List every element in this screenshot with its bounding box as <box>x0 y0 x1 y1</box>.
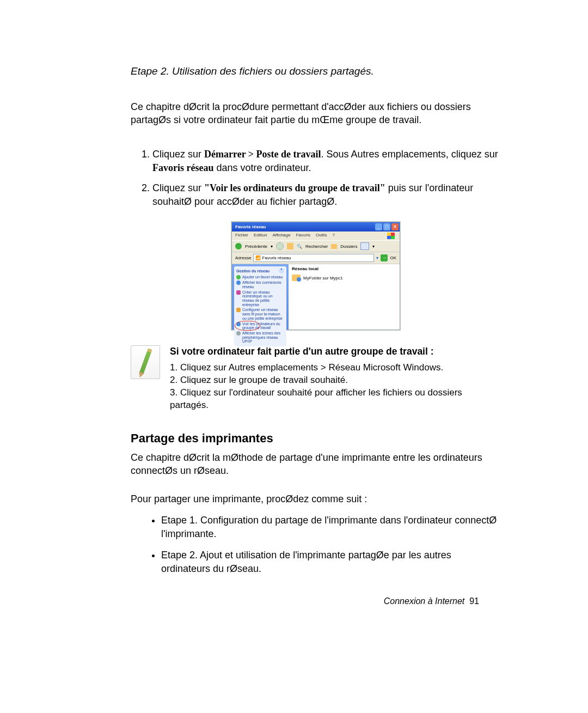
task-link: Afficher les connexions réseau <box>236 281 284 289</box>
home-network-icon <box>236 290 241 295</box>
toolbar: Précédente ▾ 🔍 Rechercher Dossiers ▾ <box>232 240 400 252</box>
task-link: Configurer un réseau sans fil pour la ma… <box>236 308 284 320</box>
section-heading: Partage des imprimantes <box>131 431 501 446</box>
section-paragraph: Pour partager une imprimante, procØdez c… <box>131 492 501 505</box>
back-icon <box>235 243 242 249</box>
menu-item: Favoris <box>296 233 310 239</box>
text: Cliquez sur <box>152 182 204 193</box>
wireless-icon <box>236 308 241 312</box>
folders-label: Dossiers <box>340 244 357 249</box>
chevron-up-icon: ˄ <box>279 268 284 273</box>
address-value: Favoris réseau <box>262 255 291 260</box>
step-2: Cliquez sur "Voir les ordinateurs du gro… <box>152 181 501 209</box>
window-title: Favoris réseau <box>235 222 266 231</box>
task-label: Afficher les icônes des périphériques ré… <box>242 331 284 344</box>
task-label: Configurer un réseau sans fil pour la ma… <box>242 308 284 320</box>
bold-text: Démarrer > Poste de travail <box>204 149 321 160</box>
task-label: Afficher les connexions réseau <box>242 281 284 289</box>
step-list: Cliquez sur Démarrer > Poste de travail.… <box>131 148 501 209</box>
step-heading: Etape 2. Utilisation des fichiers ou dos… <box>131 65 501 77</box>
upnp-icon <box>236 331 241 336</box>
network-icon <box>236 281 241 285</box>
text: Cliquez sur <box>152 149 204 160</box>
close-icon: × <box>391 223 399 230</box>
sidebar: Gestion du réseau ˄ Ajouter un favori ré… <box>232 264 289 330</box>
section-paragraph: Ce chapitre dØcrit la mØthode de partage… <box>131 451 501 478</box>
go-icon: → <box>381 254 388 261</box>
text: dans votre ordinateur. <box>213 162 311 173</box>
page-number: 91 <box>469 596 479 606</box>
address-label: Adresse <box>235 255 251 260</box>
up-icon <box>287 243 293 249</box>
note-block: Si votre ordinateur fait partie d'un aut… <box>131 345 501 411</box>
note-heading: Si votre ordinateur fait partie d'un aut… <box>170 345 501 358</box>
menubar: Fichier Edition Affichage Favoris Outils… <box>232 231 400 240</box>
footer-chapter: Connexion à Internet <box>384 596 465 606</box>
shared-folder-icon <box>292 275 301 281</box>
panel-title: Gestion du réseau <box>236 269 270 273</box>
bullet-item: Etape 2. Ajout et utilisation de l'impri… <box>161 549 501 576</box>
shared-folder-item: MyFolder sur Mypc1 <box>292 275 396 281</box>
task-panel: Gestion du réseau ˄ Ajouter un favori ré… <box>234 266 286 346</box>
step-1: Cliquez sur Démarrer > Poste de travail.… <box>152 148 501 175</box>
bold-text: "Voir les ordinateurs du groupe de trava… <box>204 182 385 193</box>
intro-paragraph: Ce chapitre dØcrit la procØdure permetta… <box>131 100 501 127</box>
maximize-icon: □ <box>383 223 390 230</box>
panel-heading: Gestion du réseau ˄ <box>236 268 284 273</box>
section-header: Réseau local <box>292 266 396 271</box>
content-pane: Réseau local MyFolder sur Mypc1 <box>289 264 400 330</box>
task-link-highlighted: Voir les ordinateurs du groupe de travai… <box>236 322 284 330</box>
note-line: 2. Cliquez sur le groupe de travail souh… <box>170 374 501 387</box>
task-label: Créer un réseau domestique ou un réseau … <box>242 290 284 307</box>
page-footer: Connexion à Internet 91 <box>384 596 479 606</box>
note-pencil-icon <box>131 345 160 379</box>
item-label: MyFolder sur Mypc1 <box>303 276 342 281</box>
note-line: 3. Cliquez sur l'ordinateur souhaité pou… <box>170 387 501 412</box>
minimize-icon: _ <box>375 223 382 230</box>
search-icon: 🔍 <box>297 244 302 249</box>
menu-item: Outils <box>316 233 327 239</box>
folders-icon <box>331 244 337 249</box>
task-label: Ajouter un favori réseau <box>242 275 283 279</box>
address-field: 📶 Favoris réseau <box>253 254 374 262</box>
task-link: Ajouter un favori réseau <box>236 275 284 279</box>
task-link: Afficher les icônes des périphériques ré… <box>236 331 284 344</box>
note-line: 1. Cliquez sur Autres emplacements > Rés… <box>170 362 501 374</box>
task-label: Voir les ordinateurs du groupe de travai… <box>242 322 284 330</box>
titlebar: Favoris réseau _ □ × <box>232 222 400 231</box>
bullet-list: Etape 1. Configuration du partage de l'i… <box>131 514 501 576</box>
go-label: OK <box>390 255 396 260</box>
views-icon <box>360 242 369 250</box>
menu-item: Affichage <box>272 233 290 239</box>
add-icon <box>236 275 241 279</box>
text: . Sous Autres emplacements, cliquez sur <box>321 149 498 160</box>
bold-text: Favoris réseau <box>152 162 213 173</box>
menu-item: Edition <box>254 233 267 239</box>
menu-item: Fichier <box>235 233 248 239</box>
windows-flag-icon <box>385 233 396 239</box>
workgroup-icon <box>236 322 241 326</box>
back-label: Précédente <box>245 244 267 249</box>
forward-icon <box>276 242 284 250</box>
task-link: Créer un réseau domestique ou un réseau … <box>236 290 284 307</box>
search-label: Rechercher <box>305 244 328 249</box>
bullet-item: Etape 1. Configuration du partage de l'i… <box>161 514 501 541</box>
address-bar: Adresse 📶 Favoris réseau ▾ → OK <box>232 252 400 264</box>
screenshot-window: Favoris réseau _ □ × Fichier Edition Aff… <box>231 222 400 330</box>
menu-item: ? <box>332 233 334 239</box>
